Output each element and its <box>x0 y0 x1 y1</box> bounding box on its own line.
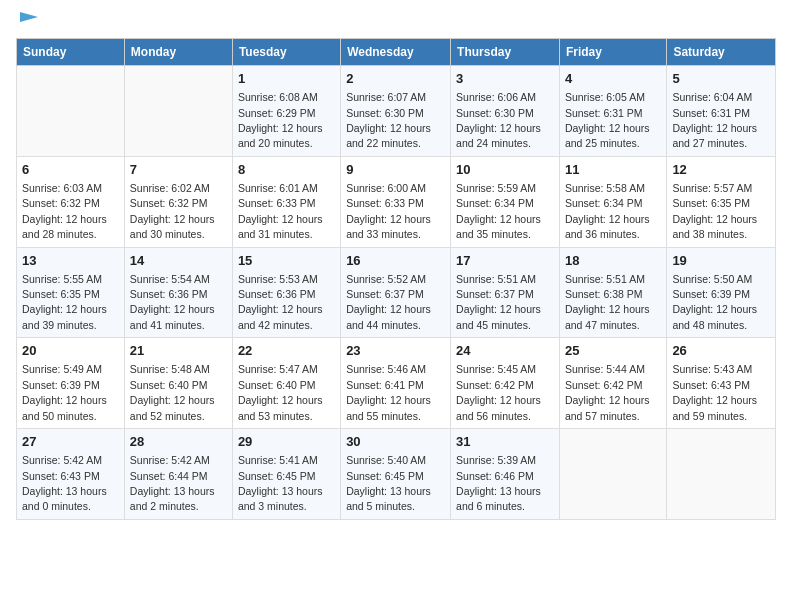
calendar-cell: 20 Sunrise: 5:49 AMSunset: 6:39 PMDaylig… <box>17 338 125 429</box>
day-info: Sunrise: 6:04 AMSunset: 6:31 PMDaylight:… <box>672 91 757 149</box>
calendar-cell: 14 Sunrise: 5:54 AMSunset: 6:36 PMDaylig… <box>124 247 232 338</box>
day-info: Sunrise: 5:51 AMSunset: 6:38 PMDaylight:… <box>565 273 650 331</box>
calendar-cell <box>559 429 666 520</box>
logo <box>16 16 38 26</box>
calendar-cell: 29 Sunrise: 5:41 AMSunset: 6:45 PMDaylig… <box>232 429 340 520</box>
calendar-cell: 2 Sunrise: 6:07 AMSunset: 6:30 PMDayligh… <box>341 66 451 157</box>
calendar-cell: 19 Sunrise: 5:50 AMSunset: 6:39 PMDaylig… <box>667 247 776 338</box>
day-info: Sunrise: 5:45 AMSunset: 6:42 PMDaylight:… <box>456 363 541 421</box>
calendar-cell: 13 Sunrise: 5:55 AMSunset: 6:35 PMDaylig… <box>17 247 125 338</box>
day-info: Sunrise: 6:02 AMSunset: 6:32 PMDaylight:… <box>130 182 215 240</box>
day-number: 18 <box>565 252 661 270</box>
calendar-cell: 23 Sunrise: 5:46 AMSunset: 6:41 PMDaylig… <box>341 338 451 429</box>
day-info: Sunrise: 5:54 AMSunset: 6:36 PMDaylight:… <box>130 273 215 331</box>
calendar-cell: 7 Sunrise: 6:02 AMSunset: 6:32 PMDayligh… <box>124 156 232 247</box>
day-number: 2 <box>346 70 445 88</box>
day-header-thursday: Thursday <box>451 39 560 66</box>
day-number: 25 <box>565 342 661 360</box>
day-number: 22 <box>238 342 335 360</box>
calendar-cell: 28 Sunrise: 5:42 AMSunset: 6:44 PMDaylig… <box>124 429 232 520</box>
calendar-cell: 15 Sunrise: 5:53 AMSunset: 6:36 PMDaylig… <box>232 247 340 338</box>
calendar-cell: 16 Sunrise: 5:52 AMSunset: 6:37 PMDaylig… <box>341 247 451 338</box>
day-number: 3 <box>456 70 554 88</box>
day-number: 4 <box>565 70 661 88</box>
day-number: 29 <box>238 433 335 451</box>
day-number: 24 <box>456 342 554 360</box>
day-number: 13 <box>22 252 119 270</box>
day-number: 11 <box>565 161 661 179</box>
calendar-cell: 8 Sunrise: 6:01 AMSunset: 6:33 PMDayligh… <box>232 156 340 247</box>
day-info: Sunrise: 6:06 AMSunset: 6:30 PMDaylight:… <box>456 91 541 149</box>
calendar-cell: 24 Sunrise: 5:45 AMSunset: 6:42 PMDaylig… <box>451 338 560 429</box>
svg-marker-0 <box>20 12 38 22</box>
calendar-cell: 31 Sunrise: 5:39 AMSunset: 6:46 PMDaylig… <box>451 429 560 520</box>
day-number: 12 <box>672 161 770 179</box>
day-number: 30 <box>346 433 445 451</box>
calendar-cell: 5 Sunrise: 6:04 AMSunset: 6:31 PMDayligh… <box>667 66 776 157</box>
calendar-cell: 25 Sunrise: 5:44 AMSunset: 6:42 PMDaylig… <box>559 338 666 429</box>
day-info: Sunrise: 5:40 AMSunset: 6:45 PMDaylight:… <box>346 454 431 512</box>
day-number: 7 <box>130 161 227 179</box>
day-number: 5 <box>672 70 770 88</box>
day-info: Sunrise: 5:46 AMSunset: 6:41 PMDaylight:… <box>346 363 431 421</box>
calendar-cell: 22 Sunrise: 5:47 AMSunset: 6:40 PMDaylig… <box>232 338 340 429</box>
day-info: Sunrise: 5:42 AMSunset: 6:43 PMDaylight:… <box>22 454 107 512</box>
day-info: Sunrise: 5:58 AMSunset: 6:34 PMDaylight:… <box>565 182 650 240</box>
day-info: Sunrise: 5:50 AMSunset: 6:39 PMDaylight:… <box>672 273 757 331</box>
day-info: Sunrise: 5:44 AMSunset: 6:42 PMDaylight:… <box>565 363 650 421</box>
day-number: 10 <box>456 161 554 179</box>
day-header-wednesday: Wednesday <box>341 39 451 66</box>
day-info: Sunrise: 6:07 AMSunset: 6:30 PMDaylight:… <box>346 91 431 149</box>
day-info: Sunrise: 5:48 AMSunset: 6:40 PMDaylight:… <box>130 363 215 421</box>
day-info: Sunrise: 6:08 AMSunset: 6:29 PMDaylight:… <box>238 91 323 149</box>
day-info: Sunrise: 5:39 AMSunset: 6:46 PMDaylight:… <box>456 454 541 512</box>
day-number: 6 <box>22 161 119 179</box>
day-info: Sunrise: 5:41 AMSunset: 6:45 PMDaylight:… <box>238 454 323 512</box>
day-header-tuesday: Tuesday <box>232 39 340 66</box>
day-number: 14 <box>130 252 227 270</box>
day-info: Sunrise: 5:43 AMSunset: 6:43 PMDaylight:… <box>672 363 757 421</box>
calendar-cell: 18 Sunrise: 5:51 AMSunset: 6:38 PMDaylig… <box>559 247 666 338</box>
day-number: 9 <box>346 161 445 179</box>
day-number: 17 <box>456 252 554 270</box>
day-info: Sunrise: 5:51 AMSunset: 6:37 PMDaylight:… <box>456 273 541 331</box>
calendar-cell: 1 Sunrise: 6:08 AMSunset: 6:29 PMDayligh… <box>232 66 340 157</box>
calendar-cell <box>17 66 125 157</box>
calendar-cell: 26 Sunrise: 5:43 AMSunset: 6:43 PMDaylig… <box>667 338 776 429</box>
day-number: 19 <box>672 252 770 270</box>
calendar-cell <box>667 429 776 520</box>
logo-flag-icon <box>20 12 38 26</box>
day-number: 31 <box>456 433 554 451</box>
day-info: Sunrise: 6:05 AMSunset: 6:31 PMDaylight:… <box>565 91 650 149</box>
day-info: Sunrise: 5:55 AMSunset: 6:35 PMDaylight:… <box>22 273 107 331</box>
day-header-monday: Monday <box>124 39 232 66</box>
day-info: Sunrise: 5:42 AMSunset: 6:44 PMDaylight:… <box>130 454 215 512</box>
calendar-cell: 3 Sunrise: 6:06 AMSunset: 6:30 PMDayligh… <box>451 66 560 157</box>
calendar-cell: 10 Sunrise: 5:59 AMSunset: 6:34 PMDaylig… <box>451 156 560 247</box>
day-info: Sunrise: 5:52 AMSunset: 6:37 PMDaylight:… <box>346 273 431 331</box>
day-info: Sunrise: 5:57 AMSunset: 6:35 PMDaylight:… <box>672 182 757 240</box>
day-number: 15 <box>238 252 335 270</box>
day-number: 23 <box>346 342 445 360</box>
day-info: Sunrise: 5:49 AMSunset: 6:39 PMDaylight:… <box>22 363 107 421</box>
day-number: 16 <box>346 252 445 270</box>
day-header-friday: Friday <box>559 39 666 66</box>
day-number: 1 <box>238 70 335 88</box>
calendar-cell: 6 Sunrise: 6:03 AMSunset: 6:32 PMDayligh… <box>17 156 125 247</box>
calendar-cell: 4 Sunrise: 6:05 AMSunset: 6:31 PMDayligh… <box>559 66 666 157</box>
day-info: Sunrise: 5:53 AMSunset: 6:36 PMDaylight:… <box>238 273 323 331</box>
day-number: 8 <box>238 161 335 179</box>
calendar-cell: 12 Sunrise: 5:57 AMSunset: 6:35 PMDaylig… <box>667 156 776 247</box>
day-info: Sunrise: 6:03 AMSunset: 6:32 PMDaylight:… <box>22 182 107 240</box>
calendar-cell: 9 Sunrise: 6:00 AMSunset: 6:33 PMDayligh… <box>341 156 451 247</box>
day-number: 28 <box>130 433 227 451</box>
day-header-sunday: Sunday <box>17 39 125 66</box>
day-info: Sunrise: 5:47 AMSunset: 6:40 PMDaylight:… <box>238 363 323 421</box>
calendar-cell: 11 Sunrise: 5:58 AMSunset: 6:34 PMDaylig… <box>559 156 666 247</box>
day-info: Sunrise: 6:01 AMSunset: 6:33 PMDaylight:… <box>238 182 323 240</box>
calendar-cell <box>124 66 232 157</box>
calendar-table: SundayMondayTuesdayWednesdayThursdayFrid… <box>16 38 776 520</box>
day-info: Sunrise: 6:00 AMSunset: 6:33 PMDaylight:… <box>346 182 431 240</box>
day-number: 21 <box>130 342 227 360</box>
day-number: 27 <box>22 433 119 451</box>
